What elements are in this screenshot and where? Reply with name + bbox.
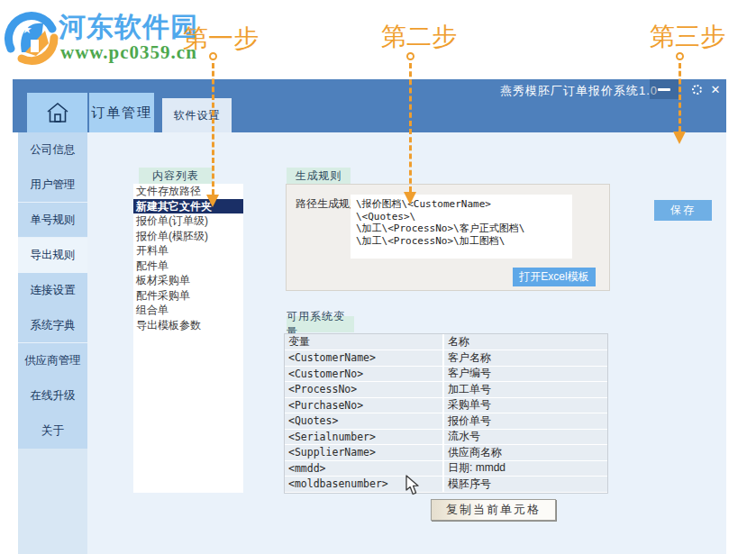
sidebar-item[interactable]: 用户管理 (18, 168, 87, 203)
variable-cell: <mmdd> (285, 461, 444, 477)
content-list-item[interactable]: 报价单(订单级) (133, 213, 243, 229)
screenshot-stage: ★ 河东软件园 www.pc0359.cn 第一步 第二步 第三步 燕秀模胚厂订… (0, 0, 756, 554)
generation-rules-header: 生成规则 (287, 168, 351, 185)
table-body: <CustomerName> 客户名称 <CustomerNo> 客户编号 <P… (285, 350, 607, 493)
svg-text:★: ★ (22, 23, 32, 36)
table-row[interactable]: <Quotes> 报价单号 (285, 413, 607, 430)
sidebar-item[interactable]: 系统字典 (18, 308, 87, 343)
name-cell: 模胚序号 (444, 477, 607, 492)
watermark-site-url: www.pc0359.cn (60, 41, 197, 64)
sidebar-item[interactable]: 供应商管理 (18, 343, 87, 378)
step2-dashed-line (409, 63, 412, 192)
sidebar-item[interactable]: 公司信息 (18, 132, 87, 168)
generation-rules-panel: 路径生成规则 \报价图档\<CustomerName>\<Quotes>\\加工… (286, 184, 610, 291)
sidebar-item[interactable]: 连接设置 (18, 273, 87, 308)
open-excel-template-button[interactable]: 打开Excel模板 (513, 268, 596, 286)
content-list-item[interactable]: 配件采购单 (133, 288, 243, 304)
table-row[interactable]: <SupplierName> 供应商名称 (285, 445, 607, 461)
table-row[interactable]: <ProcessNo> 加工单号 (285, 382, 607, 398)
name-cell: 采购单号 (444, 398, 607, 413)
variable-cell: <PurchaseNo> (285, 398, 444, 413)
step3-dashed-line (679, 63, 681, 132)
content-list-header: 内容列表 (139, 168, 213, 185)
sidebar-filler (18, 449, 87, 554)
name-cell: 流水号 (444, 430, 607, 445)
step2-marker-circle (406, 52, 414, 60)
step3-arrow-icon (673, 132, 686, 144)
variable-cell: <SupplierName> (285, 445, 444, 460)
sidebar: 公司信息用户管理单号规则导出规则连接设置系统字典供应商管理在线升级关于 (18, 132, 87, 554)
content-list-item[interactable]: 板材采购单 (133, 273, 243, 288)
watermark-site-name: 河东软件园 (59, 9, 198, 46)
minimize-button[interactable] (650, 79, 679, 99)
sidebar-item[interactable]: 导出规则 (18, 238, 87, 273)
variable-cell: <Serialnumber> (285, 430, 444, 445)
column-header-name: 名称 (444, 334, 607, 350)
path-rule-textbox[interactable]: \报价图档\<CustomerName>\<Quotes>\\加工\<Proce… (351, 195, 572, 259)
table-row[interactable]: <CustomerNo> 客户编号 (285, 367, 607, 383)
variable-cell: <CustomerName> (285, 350, 444, 366)
content-list-item[interactable]: 开料单 (133, 243, 243, 259)
table-row[interactable]: <moldbasenumber> 模胚序号 (285, 477, 607, 493)
system-variables-header: 可用系统变量 (287, 316, 354, 332)
mouse-cursor-icon (405, 475, 422, 496)
save-button[interactable]: 保存 (654, 200, 712, 221)
window-title: 燕秀模胚厂订单报价系统1.0 (500, 83, 658, 99)
step3-label: 第三步 (650, 20, 725, 54)
close-icon: ✕ (711, 83, 721, 96)
sidebar-item[interactable]: 关于 (18, 413, 87, 449)
title-bar: 燕秀模胚厂订单报价系统1.0 ✕ 订单管理 软件设置 (13, 79, 726, 132)
step3-marker-circle (676, 52, 684, 60)
name-cell: 报价单号 (444, 413, 607, 429)
name-cell: 供应商名称 (444, 445, 607, 460)
table-header-row: 变量 名称 (285, 334, 607, 350)
table-row[interactable]: <Serialnumber> 流水号 (285, 430, 607, 446)
content-list: 文件存放路径新建其它文件夹报价单(订单级)报价单(模胚级)开料单配件单板材采购单… (133, 184, 243, 493)
content-list-item[interactable]: 导出模板参数 (133, 318, 243, 333)
step1-marker-circle (209, 52, 217, 60)
tab-software-settings[interactable]: 软件设置 (162, 98, 232, 132)
step1-dashed-line (212, 63, 214, 195)
table-row[interactable]: <mmdd> 日期: mmdd (285, 461, 607, 477)
path-rule-line: \报价图档\<CustomerName> (356, 198, 567, 211)
path-rule-line: \<Quotes>\ (356, 211, 567, 223)
name-cell: 客户名称 (444, 350, 607, 366)
variable-cell: <ProcessNo> (285, 382, 444, 397)
content-list-item[interactable]: 报价单(模胚级) (133, 229, 243, 244)
app-window: 燕秀模胚厂订单报价系统1.0 ✕ 订单管理 软件设置 公司信息用户管理单号规则导… (13, 79, 726, 554)
table-row[interactable]: <CustomerName> 客户名称 (285, 350, 607, 367)
path-rule-line: \加工\<ProcessNo>\客户正式图档\ (356, 223, 567, 235)
table-row[interactable]: <PurchaseNo> 采购单号 (285, 398, 607, 414)
home-button[interactable] (27, 93, 87, 132)
variables-table: 变量 名称 <CustomerName> 客户名称 <CustomerNo> 客… (284, 333, 608, 494)
variable-cell: <CustomerNo> (285, 367, 444, 382)
gear-icon (692, 85, 702, 95)
content-list-item[interactable]: 组合单 (133, 303, 243, 318)
sidebar-item[interactable]: 在线升级 (18, 378, 87, 413)
name-cell: 客户编号 (444, 367, 607, 382)
step1-label: 第一步 (183, 22, 259, 56)
content-list-item[interactable]: 文件存放路径 (133, 184, 243, 199)
name-cell: 加工单号 (444, 382, 607, 397)
column-header-variable: 变量 (285, 334, 444, 350)
variable-cell: <Quotes> (285, 413, 444, 429)
close-button[interactable]: ✕ (705, 79, 726, 99)
step2-label: 第二步 (381, 20, 457, 54)
sidebar-item[interactable]: 单号规则 (18, 203, 87, 238)
site-logo-icon: ★ (4, 4, 59, 70)
path-rule-line: \加工\<ProcessNo>\加工图档\ (356, 235, 567, 248)
tab-order-management[interactable]: 订单管理 (89, 93, 154, 132)
home-icon (45, 100, 70, 125)
content-list-item[interactable]: 配件单 (133, 259, 243, 274)
minimize-icon (658, 88, 670, 91)
step1-arrow-icon (206, 195, 219, 207)
name-cell: 日期: mmdd (444, 461, 607, 477)
step2-arrow-icon (404, 192, 416, 204)
copy-current-cell-button[interactable]: 复制当前单元格 (431, 499, 556, 521)
content-list-item[interactable]: 新建其它文件夹 (133, 199, 243, 214)
